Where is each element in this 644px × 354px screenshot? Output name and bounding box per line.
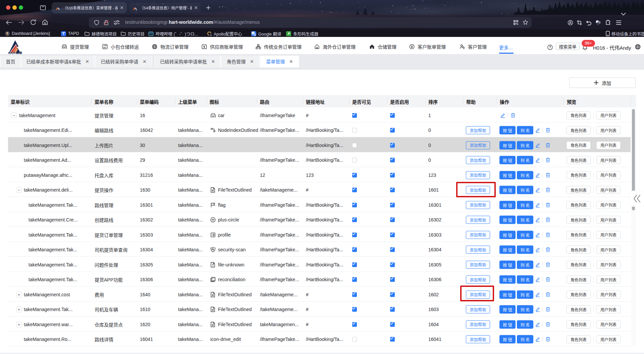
- svg-text:译: 译: [254, 33, 256, 36]
